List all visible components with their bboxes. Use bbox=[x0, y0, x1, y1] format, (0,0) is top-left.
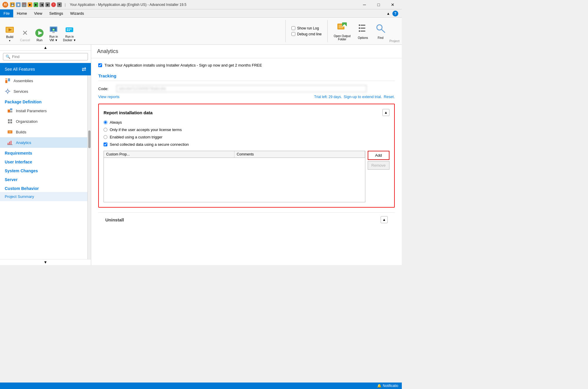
sidebar-section-user-interface[interactable]: User Interface bbox=[0, 157, 87, 165]
search-input[interactable] bbox=[12, 54, 85, 59]
code-input[interactable] bbox=[116, 85, 367, 92]
links-row: View reports Trial left: 29 days. Sign-u… bbox=[98, 95, 395, 99]
run-icon[interactable]: ▶ bbox=[34, 2, 38, 7]
sidebar-item-organization[interactable]: Organization bbox=[0, 116, 87, 127]
install-params-label: Install Parameters bbox=[16, 109, 47, 113]
sidebar-item-builds[interactable]: Builds bbox=[0, 127, 87, 137]
remove-button[interactable]: Remove bbox=[368, 161, 389, 170]
swap-icon: ⇄ bbox=[82, 66, 86, 72]
build-run-icon[interactable]: ▶ bbox=[28, 2, 32, 7]
nav-back-icon[interactable]: ◀ bbox=[39, 2, 44, 7]
svg-rect-32 bbox=[7, 89, 8, 90]
minimize-button[interactable]: ─ bbox=[358, 0, 371, 9]
nav-forward-icon[interactable]: ▶ bbox=[45, 2, 50, 7]
svg-rect-22 bbox=[361, 31, 365, 32]
svg-rect-42 bbox=[10, 122, 12, 123]
uninstall-title: Uninstall bbox=[105, 217, 124, 222]
radio-always-label: Always bbox=[110, 120, 122, 125]
svg-rect-21 bbox=[361, 28, 365, 29]
signup-link[interactable]: Sign-up to extend trial. bbox=[344, 95, 382, 99]
radio-always[interactable] bbox=[104, 120, 107, 124]
run-vm-label: Run in VM ▼ bbox=[49, 35, 58, 42]
window-title: Your Application - MyApplication.aip (En… bbox=[70, 3, 186, 7]
menu-home[interactable]: Home bbox=[13, 9, 31, 17]
search-box: 🔍 bbox=[3, 53, 88, 60]
svg-rect-45 bbox=[8, 143, 9, 145]
sidebar-item-services[interactable]: Services bbox=[0, 86, 87, 97]
radio-trigger[interactable] bbox=[104, 135, 107, 139]
show-run-log-checkbox[interactable] bbox=[291, 26, 295, 30]
debug-cmd-checkbox[interactable] bbox=[291, 32, 295, 36]
see-all-features-button[interactable]: See All Features ⇄ bbox=[0, 63, 91, 75]
close-button[interactable]: ✕ bbox=[386, 0, 399, 9]
track-checkbox[interactable] bbox=[98, 63, 102, 67]
sidebar-section-server[interactable]: Server bbox=[0, 174, 87, 183]
svg-rect-48 bbox=[7, 145, 13, 145]
report-installation-box: Report installation data ▲ Always Only i… bbox=[98, 104, 395, 208]
svg-rect-33 bbox=[7, 93, 8, 94]
help-button[interactable]: ? bbox=[392, 11, 398, 16]
menu-view[interactable]: View bbox=[31, 9, 46, 17]
radio-always-item: Always bbox=[104, 120, 389, 125]
badge-icon: 7 bbox=[51, 2, 56, 7]
collapse-report-button[interactable]: ▲ bbox=[382, 109, 389, 116]
maximize-button[interactable]: □ bbox=[372, 0, 385, 9]
options-button[interactable]: Options bbox=[355, 22, 371, 41]
secure-connection-checkbox[interactable] bbox=[104, 143, 107, 146]
trial-text: Trial left: 29 days. bbox=[314, 95, 342, 99]
analytics-icon bbox=[7, 140, 13, 145]
see-all-label: See All Features bbox=[5, 67, 35, 72]
add-button[interactable]: Add bbox=[368, 151, 389, 160]
sidebar-item-install-params[interactable]: Install Parameters bbox=[0, 105, 87, 116]
assemblies-icon bbox=[5, 78, 11, 84]
run-vm-button[interactable]: Run in VM ▼ bbox=[47, 24, 60, 43]
menu-bar: File Home View Settings Wizards ▲ ? bbox=[0, 9, 402, 18]
menu-wizards[interactable]: Wizards bbox=[67, 9, 88, 17]
title-bar-left: AI 💾 📋 ✂️ ▶ ▶ ◀ ▶ 7 ▼ | Your Application… bbox=[2, 2, 186, 8]
sidebar-scroll-down[interactable]: ▼ bbox=[0, 259, 91, 265]
sidebar-section-package[interactable]: Package Definition bbox=[0, 97, 87, 105]
reset-link[interactable]: Reset. bbox=[384, 95, 395, 99]
dropdown-arrow-icon[interactable]: ▼ bbox=[57, 2, 62, 7]
table-body[interactable] bbox=[104, 158, 365, 202]
radio-license-label: Only if the user accepts your license te… bbox=[110, 128, 182, 132]
sidebar-section-custom-behavior[interactable]: Custom Behavior bbox=[0, 183, 87, 192]
cut-icon[interactable]: ✂️ bbox=[22, 2, 26, 7]
sidebar-item-assemblies[interactable]: Assemblies bbox=[0, 75, 87, 86]
svg-point-31 bbox=[6, 90, 9, 92]
svg-rect-30 bbox=[5, 78, 7, 80]
sidebar-scrollbar[interactable] bbox=[87, 75, 91, 259]
cancel-button[interactable]: ✕ Cancel bbox=[18, 27, 32, 43]
svg-rect-28 bbox=[5, 80, 7, 83]
report-box-title-row: Report installation data ▲ bbox=[104, 109, 389, 116]
ribbon-group-label: Project bbox=[389, 39, 399, 43]
custom-props-table: Custom Prop... Comments bbox=[104, 151, 365, 202]
find-button[interactable]: Find bbox=[373, 22, 388, 41]
build-button[interactable]: Build ▼ bbox=[2, 24, 17, 43]
sidebar-nav: Assemblies Services Package Definition bbox=[0, 75, 87, 259]
run-docker-button[interactable]: Run in Docker ▼ bbox=[61, 24, 78, 43]
save-icon[interactable]: 💾 bbox=[10, 2, 15, 7]
project-icon[interactable]: 📋 bbox=[16, 2, 21, 7]
menu-settings[interactable]: Settings bbox=[46, 9, 67, 17]
sidebar-section-system-changes[interactable]: System Changes bbox=[0, 165, 87, 174]
radio-group: Always Only if the user accepts your lic… bbox=[104, 120, 389, 147]
sidebar-item-analytics[interactable]: Analytics bbox=[0, 137, 87, 148]
sidebar-scroll-up[interactable]: ▲ bbox=[0, 45, 91, 51]
collapse-uninstall-button[interactable]: ▲ bbox=[381, 216, 388, 223]
sidebar-item-project-summary[interactable]: Project Summary bbox=[0, 192, 87, 201]
svg-rect-9 bbox=[52, 32, 55, 33]
svg-rect-12 bbox=[69, 29, 70, 29]
open-output-button[interactable]: Open Output Folder bbox=[331, 20, 353, 42]
svg-rect-35 bbox=[9, 91, 10, 92]
sidebar-section-requirements[interactable]: Requirements bbox=[0, 148, 87, 157]
radio-license[interactable] bbox=[104, 128, 107, 132]
svg-rect-38 bbox=[10, 111, 12, 112]
collapse-ribbon-icon[interactable]: ▲ bbox=[387, 11, 390, 16]
run-button[interactable]: Run bbox=[33, 27, 46, 43]
sidebar-scrollbar-thumb bbox=[88, 130, 91, 148]
analytics-body: Track Your Application installs using In… bbox=[91, 58, 402, 231]
menu-file[interactable]: File bbox=[0, 9, 13, 17]
view-reports-link[interactable]: View reports bbox=[98, 95, 119, 99]
organization-label: Organization bbox=[16, 119, 38, 124]
